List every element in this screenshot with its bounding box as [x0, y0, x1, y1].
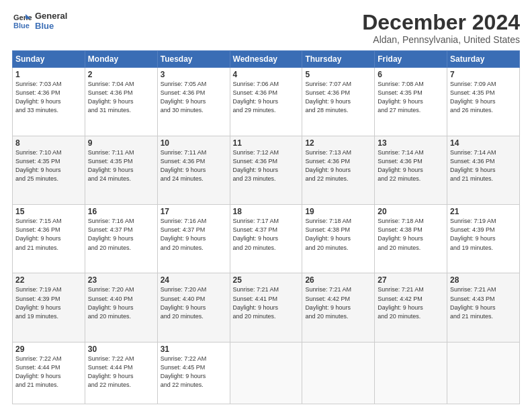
- day-number: 25: [233, 275, 300, 285]
- day-number: 15: [15, 207, 82, 216]
- day-number: 2: [88, 70, 154, 79]
- table-row: 11Sunrise: 7:12 AM Sunset: 4:36 PM Dayli…: [230, 136, 302, 205]
- location: Aldan, Pennsylvania, United States: [362, 34, 520, 45]
- day-number: 11: [233, 138, 300, 148]
- table-row: 24Sunrise: 7:20 AM Sunset: 4:40 PM Dayli…: [157, 273, 230, 342]
- day-number: 1: [15, 70, 82, 79]
- table-row: 31Sunrise: 7:22 AM Sunset: 4:45 PM Dayli…: [157, 342, 230, 404]
- day-info: Sunrise: 7:18 AM Sunset: 4:38 PM Dayligh…: [305, 217, 371, 252]
- table-row: 10Sunrise: 7:11 AM Sunset: 4:36 PM Dayli…: [157, 136, 230, 205]
- table-row: 15Sunrise: 7:15 AM Sunset: 4:36 PM Dayli…: [13, 205, 85, 273]
- day-info: Sunrise: 7:21 AM Sunset: 4:42 PM Dayligh…: [378, 285, 444, 320]
- day-info: Sunrise: 7:09 AM Sunset: 4:35 PM Dayligh…: [450, 80, 517, 115]
- title-area: December 2024 Aldan, Pennsylvania, Unite…: [362, 11, 520, 45]
- day-info: Sunrise: 7:15 AM Sunset: 4:36 PM Dayligh…: [15, 217, 82, 252]
- logo-line1: General: [35, 11, 67, 21]
- table-row: 7Sunrise: 7:09 AM Sunset: 4:35 PM Daylig…: [447, 68, 520, 136]
- table-row: 5Sunrise: 7:07 AM Sunset: 4:36 PM Daylig…: [302, 68, 375, 136]
- table-row: 18Sunrise: 7:17 AM Sunset: 4:37 PM Dayli…: [230, 205, 302, 273]
- day-number: 23: [88, 275, 154, 285]
- table-row: [230, 342, 302, 404]
- logo-line2: Blue: [35, 21, 67, 31]
- day-info: Sunrise: 7:11 AM Sunset: 4:35 PM Dayligh…: [88, 148, 154, 183]
- day-info: Sunrise: 7:14 AM Sunset: 4:36 PM Dayligh…: [450, 148, 517, 183]
- table-row: 29Sunrise: 7:22 AM Sunset: 4:44 PM Dayli…: [13, 342, 85, 404]
- day-info: Sunrise: 7:22 AM Sunset: 4:45 PM Dayligh…: [161, 355, 227, 390]
- day-number: 4: [233, 70, 300, 79]
- day-info: Sunrise: 7:21 AM Sunset: 4:43 PM Dayligh…: [450, 285, 517, 320]
- table-row: [302, 342, 375, 404]
- day-number: 31: [161, 345, 227, 354]
- day-info: Sunrise: 7:17 AM Sunset: 4:37 PM Dayligh…: [233, 217, 300, 252]
- day-info: Sunrise: 7:19 AM Sunset: 4:39 PM Dayligh…: [450, 217, 517, 252]
- logo: General Blue General Blue: [12, 11, 67, 31]
- day-number: 7: [450, 70, 517, 79]
- day-info: Sunrise: 7:22 AM Sunset: 4:44 PM Dayligh…: [88, 355, 154, 390]
- table-row: 12Sunrise: 7:13 AM Sunset: 4:36 PM Dayli…: [302, 136, 375, 205]
- table-row: 21Sunrise: 7:19 AM Sunset: 4:39 PM Dayli…: [447, 205, 520, 273]
- day-header: Thursday: [302, 51, 375, 68]
- day-number: 14: [450, 138, 517, 148]
- table-row: 13Sunrise: 7:14 AM Sunset: 4:36 PM Dayli…: [375, 136, 447, 205]
- day-number: 27: [378, 275, 444, 285]
- day-number: 18: [233, 207, 300, 216]
- day-info: Sunrise: 7:06 AM Sunset: 4:36 PM Dayligh…: [233, 80, 300, 115]
- day-number: 5: [305, 70, 371, 79]
- day-number: 3: [161, 70, 227, 79]
- day-header: Tuesday: [157, 51, 230, 68]
- day-info: Sunrise: 7:05 AM Sunset: 4:36 PM Dayligh…: [161, 80, 227, 115]
- day-info: Sunrise: 7:07 AM Sunset: 4:36 PM Dayligh…: [305, 80, 371, 115]
- day-number: 19: [305, 207, 371, 216]
- day-info: Sunrise: 7:16 AM Sunset: 4:37 PM Dayligh…: [88, 217, 154, 252]
- day-info: Sunrise: 7:19 AM Sunset: 4:39 PM Dayligh…: [15, 285, 82, 320]
- day-header: Saturday: [447, 51, 520, 68]
- day-header: Friday: [375, 51, 447, 68]
- table-row: 19Sunrise: 7:18 AM Sunset: 4:38 PM Dayli…: [302, 205, 375, 273]
- table-row: 8Sunrise: 7:10 AM Sunset: 4:35 PM Daylig…: [13, 136, 85, 205]
- day-info: Sunrise: 7:20 AM Sunset: 4:40 PM Dayligh…: [88, 285, 154, 320]
- day-info: Sunrise: 7:20 AM Sunset: 4:40 PM Dayligh…: [161, 285, 227, 320]
- table-row: 25Sunrise: 7:21 AM Sunset: 4:41 PM Dayli…: [230, 273, 302, 342]
- table-row: 3Sunrise: 7:05 AM Sunset: 4:36 PM Daylig…: [157, 68, 230, 136]
- table-row: 6Sunrise: 7:08 AM Sunset: 4:35 PM Daylig…: [375, 68, 447, 136]
- month-title: December 2024: [362, 11, 520, 34]
- table-row: 26Sunrise: 7:21 AM Sunset: 4:42 PM Dayli…: [302, 273, 375, 342]
- day-number: 6: [378, 70, 444, 79]
- table-row: [375, 342, 447, 404]
- table-row: 22Sunrise: 7:19 AM Sunset: 4:39 PM Dayli…: [13, 273, 85, 342]
- day-info: Sunrise: 7:13 AM Sunset: 4:36 PM Dayligh…: [305, 148, 371, 183]
- header: General Blue General Blue December 2024 …: [12, 11, 520, 45]
- day-number: 17: [161, 207, 227, 216]
- day-info: Sunrise: 7:21 AM Sunset: 4:41 PM Dayligh…: [233, 285, 300, 320]
- day-info: Sunrise: 7:21 AM Sunset: 4:42 PM Dayligh…: [305, 285, 371, 320]
- day-info: Sunrise: 7:04 AM Sunset: 4:36 PM Dayligh…: [88, 80, 154, 115]
- day-info: Sunrise: 7:16 AM Sunset: 4:37 PM Dayligh…: [161, 217, 227, 252]
- table-row: 14Sunrise: 7:14 AM Sunset: 4:36 PM Dayli…: [447, 136, 520, 205]
- page: General Blue General Blue December 2024 …: [0, 0, 532, 411]
- table-row: 23Sunrise: 7:20 AM Sunset: 4:40 PM Dayli…: [85, 273, 157, 342]
- day-info: Sunrise: 7:11 AM Sunset: 4:36 PM Dayligh…: [161, 148, 227, 183]
- day-number: 10: [161, 138, 227, 148]
- logo-icon: General Blue: [12, 11, 32, 31]
- day-header: Sunday: [13, 51, 85, 68]
- day-number: 13: [378, 138, 444, 148]
- table-row: 27Sunrise: 7:21 AM Sunset: 4:42 PM Dayli…: [375, 273, 447, 342]
- calendar-table: SundayMondayTuesdayWednesdayThursdayFrid…: [12, 50, 520, 404]
- day-number: 28: [450, 275, 517, 285]
- day-number: 8: [15, 138, 82, 148]
- day-number: 16: [88, 207, 154, 216]
- day-info: Sunrise: 7:14 AM Sunset: 4:36 PM Dayligh…: [378, 148, 444, 183]
- day-number: 24: [161, 275, 227, 285]
- day-info: Sunrise: 7:18 AM Sunset: 4:38 PM Dayligh…: [378, 217, 444, 252]
- table-row: 4Sunrise: 7:06 AM Sunset: 4:36 PM Daylig…: [230, 68, 302, 136]
- table-row: 16Sunrise: 7:16 AM Sunset: 4:37 PM Dayli…: [85, 205, 157, 273]
- day-number: 9: [88, 138, 154, 148]
- day-number: 26: [305, 275, 371, 285]
- day-info: Sunrise: 7:12 AM Sunset: 4:36 PM Dayligh…: [233, 148, 300, 183]
- table-row: 9Sunrise: 7:11 AM Sunset: 4:35 PM Daylig…: [85, 136, 157, 205]
- table-row: 28Sunrise: 7:21 AM Sunset: 4:43 PM Dayli…: [447, 273, 520, 342]
- table-row: 30Sunrise: 7:22 AM Sunset: 4:44 PM Dayli…: [85, 342, 157, 404]
- day-info: Sunrise: 7:10 AM Sunset: 4:35 PM Dayligh…: [15, 148, 82, 183]
- day-header: Monday: [85, 51, 157, 68]
- day-number: 12: [305, 138, 371, 148]
